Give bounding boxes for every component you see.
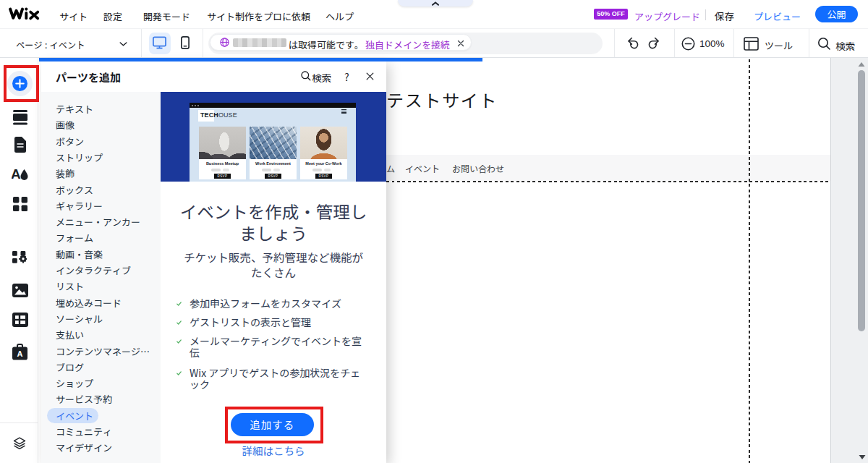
svg-text:A: A — [12, 166, 21, 182]
svg-text:A: A — [17, 349, 22, 358]
